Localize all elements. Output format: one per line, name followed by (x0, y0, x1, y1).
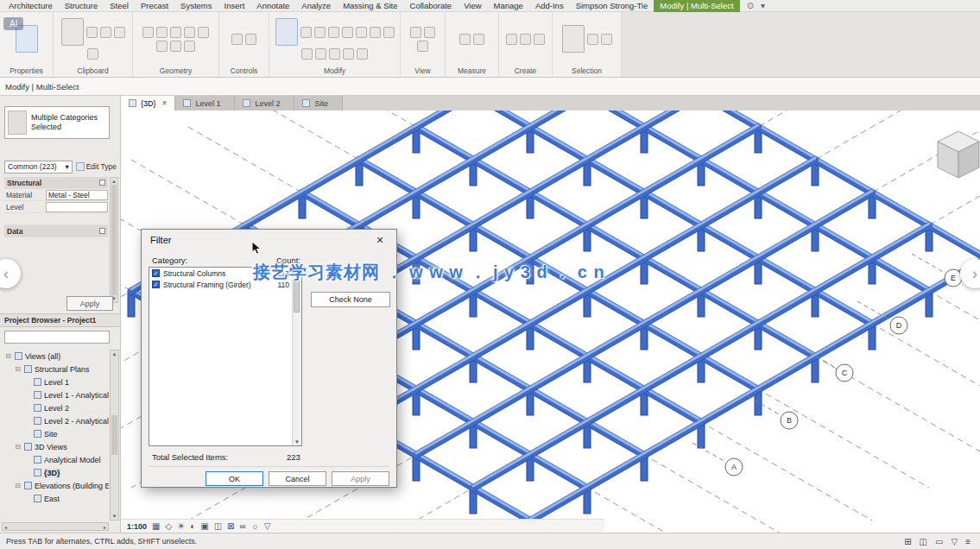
ribbon-tab[interactable]: Collaborate (404, 0, 458, 12)
paste-tool-icon[interactable] (61, 18, 84, 46)
project-browser-title[interactable]: Project Browser - Project1 (0, 313, 120, 327)
design-options-icon[interactable]: ◫ (920, 537, 927, 546)
reveal-hidden-icon[interactable]: ☼ (251, 521, 259, 533)
tool-icon[interactable] (100, 27, 111, 38)
visual-style-icon[interactable]: ◇ (165, 521, 172, 533)
browser-tree-item[interactable]: ⊟ 3D Views (2, 440, 109, 453)
help-icon[interactable]: ⊙ (747, 1, 754, 10)
property-group-structural[interactable]: Structural (4, 177, 108, 189)
tool-icon[interactable] (156, 27, 168, 38)
tool-icon[interactable] (473, 34, 484, 45)
browser-tree-item[interactable]: Level 1 (2, 375, 109, 388)
ribbon-tab[interactable]: Simpson Strong-Tie (570, 0, 654, 12)
tool-icon[interactable] (357, 48, 368, 60)
tool-icon[interactable] (114, 27, 125, 38)
browser-tree-item[interactable]: ⊟ Structural Plans (2, 363, 109, 375)
tool-icon[interactable] (534, 34, 545, 45)
lock-view-icon[interactable]: ⊠ (227, 521, 234, 533)
tool-icon[interactable] (424, 27, 435, 38)
check-none-button[interactable]: Check None (311, 292, 390, 307)
browser-tree-item[interactable]: East (2, 492, 109, 505)
apply-properties-button[interactable]: Apply (66, 296, 113, 311)
view-cube[interactable] (938, 131, 979, 178)
exclude-options-icon[interactable]: ▭ (935, 537, 943, 546)
tool-icon[interactable] (315, 48, 326, 60)
analytical-model-icon[interactable]: ▽ (264, 521, 271, 533)
select-filter-icon[interactable]: ▽ (951, 537, 958, 546)
level-value-field[interactable] (46, 202, 108, 212)
property-group-data[interactable]: Data (4, 225, 108, 237)
tool-icon[interactable] (370, 27, 381, 38)
properties-scrollbar[interactable]: ▲▼ (110, 177, 118, 303)
expand-icon[interactable]: ⊟ (14, 482, 22, 489)
close-view-icon[interactable]: × (162, 98, 168, 108)
tool-icon[interactable] (329, 48, 340, 60)
type-selector[interactable]: Multiple Categories Selected (4, 106, 110, 139)
tool-icon[interactable] (314, 27, 326, 38)
browser-tree-item[interactable]: Level 1 - Analytical (2, 388, 109, 401)
tool-icon[interactable] (343, 48, 354, 60)
view-tab[interactable]: Site (294, 96, 343, 110)
property-row-level[interactable]: Level (4, 201, 108, 213)
grid-bubble[interactable]: E (945, 269, 962, 287)
view-scale-button[interactable]: 1:100 (127, 522, 147, 531)
ribbon-tab[interactable]: Analyze (295, 0, 337, 12)
tool-icon[interactable] (601, 34, 612, 45)
worksets-icon[interactable]: ⊞ (904, 537, 911, 546)
grid-bubble[interactable]: B (781, 412, 798, 429)
ribbon-tab[interactable]: Massing & Site (337, 0, 403, 12)
ribbon-tab[interactable]: Annotate (250, 0, 295, 12)
tool-icon[interactable] (383, 27, 395, 38)
tool-icon[interactable] (520, 34, 531, 45)
ribbon-tab[interactable]: Add-Ins (529, 0, 570, 12)
ribbon-tab[interactable]: Architecture (3, 0, 59, 12)
view-tab[interactable]: Level 1 (175, 96, 235, 110)
close-icon[interactable]: ✕ (372, 235, 388, 246)
expand-icon[interactable]: ⊟ (14, 365, 22, 373)
tool-icon[interactable] (142, 27, 154, 38)
browser-tree-item[interactable]: Site (2, 427, 109, 440)
expand-icon[interactable]: ⊟ (4, 352, 12, 360)
properties-filter-dropdown[interactable]: Common (223) ▾ (4, 161, 73, 174)
category-checkbox[interactable] (152, 281, 160, 288)
browser-horizontal-scrollbar[interactable]: ◂▸ (2, 522, 109, 531)
browser-tree-item[interactable]: Level 2 (2, 401, 109, 414)
ribbon-tab[interactable]: Insert (218, 0, 251, 12)
tool-icon[interactable] (170, 41, 181, 52)
save-selection-icon[interactable] (562, 25, 585, 53)
tool-icon[interactable] (342, 27, 353, 38)
cancel-button[interactable]: Cancel (269, 471, 326, 486)
ribbon-tab[interactable]: Structure (59, 0, 104, 12)
show-crop-icon[interactable]: ◫ (214, 521, 222, 533)
grid-bubble[interactable]: A (725, 458, 743, 476)
tool-icon[interactable] (86, 27, 98, 38)
ribbon-tab[interactable]: Modify | Multi-Select (654, 0, 739, 12)
material-value-field[interactable]: Metal - Steel (46, 190, 108, 200)
tool-icon[interactable] (417, 41, 428, 52)
browser-tree-item[interactable]: {3D} (2, 466, 109, 479)
tool-icon[interactable] (506, 34, 517, 45)
expand-icon[interactable]: ⊟ (14, 443, 22, 451)
property-row-material[interactable]: Material Metal - Steel (4, 189, 108, 201)
browser-tree-item[interactable]: Level 2 - Analytical (2, 414, 109, 427)
ribbon-tab[interactable]: Steel (104, 0, 135, 12)
browser-vertical-scrollbar[interactable]: ▲▼ (110, 350, 119, 521)
tool-icon[interactable] (459, 34, 471, 45)
tool-icon[interactable] (300, 27, 312, 38)
group-collapse-icon[interactable] (99, 228, 105, 234)
hide-isolate-icon[interactable]: ∞ (240, 521, 246, 533)
tool-icon[interactable] (231, 34, 243, 45)
view-tab[interactable]: {3D} × (121, 96, 175, 110)
browser-tree-item[interactable]: ⊟ Elevations (Building Elevation) (2, 479, 109, 492)
crop-view-icon[interactable]: ▣ (200, 521, 208, 533)
tool-icon[interactable] (356, 27, 367, 38)
tool-icon[interactable] (410, 27, 421, 38)
tool-icon[interactable] (156, 41, 168, 52)
sun-path-icon[interactable]: ☀ (177, 521, 185, 533)
tool-icon[interactable] (170, 27, 181, 38)
modify-tool-icon[interactable] (275, 18, 298, 46)
ok-button[interactable]: OK (205, 471, 263, 486)
category-checkbox[interactable] (152, 269, 160, 277)
grid-bubble[interactable]: D (890, 317, 907, 334)
tool-icon[interactable] (184, 41, 195, 52)
